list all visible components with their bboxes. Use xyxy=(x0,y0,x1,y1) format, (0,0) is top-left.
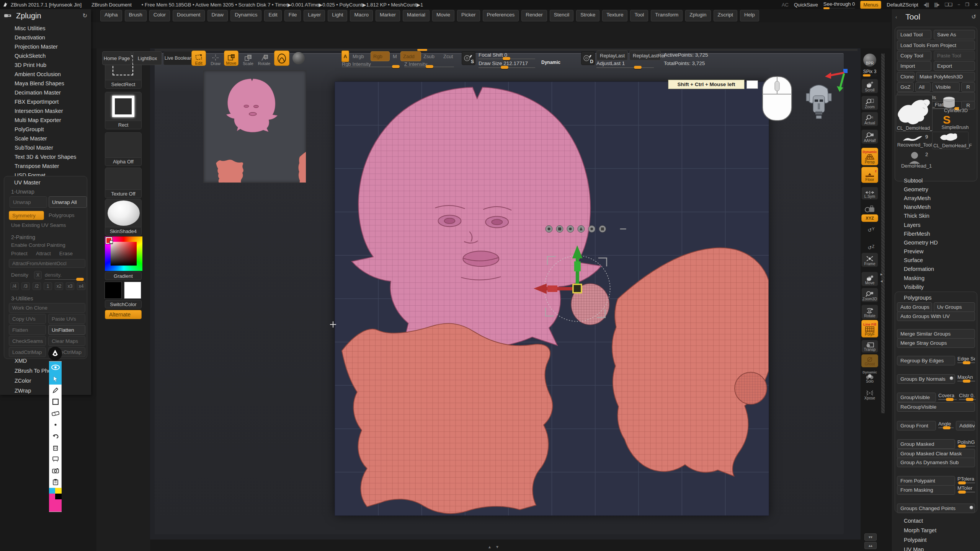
unwrap-button[interactable]: Unwrap xyxy=(10,196,47,208)
clipboard-button[interactable] xyxy=(49,476,62,488)
tool-section-item[interactable]: Masking xyxy=(892,274,980,282)
gradient-label[interactable]: Gradient xyxy=(105,272,142,280)
screenshot-button[interactable] xyxy=(49,465,62,476)
z-rotate-button[interactable]: ↺Z xyxy=(861,240,878,249)
stroke-popup-button[interactable]: S xyxy=(462,51,475,65)
tool-section-item[interactable]: ArrayMesh xyxy=(892,194,980,202)
menu-item[interactable]: Preferences xyxy=(483,10,519,21)
group-as-dynamesh-sub-button[interactable]: Group As Dynamesh Sub xyxy=(897,458,975,467)
menus-button[interactable]: Menus xyxy=(860,1,881,9)
yellow-swatch[interactable] xyxy=(55,488,62,494)
focal-shift-knob[interactable] xyxy=(503,57,510,60)
eraser-tool-button[interactable] xyxy=(49,408,62,419)
tool-section-item[interactable]: FiberMesh xyxy=(892,229,980,238)
quicksave-button[interactable]: QuickSave xyxy=(794,2,818,8)
mtolerance-slider[interactable]: MToler xyxy=(957,485,975,494)
tool-section-item[interactable]: Contact xyxy=(892,516,980,525)
menu-item[interactable]: Render xyxy=(521,10,547,21)
current-tool-thumbnail[interactable]: CL_DemoHead_F xyxy=(896,95,933,132)
zsub-toggle[interactable]: Zsub xyxy=(423,54,434,59)
zplugin-item[interactable]: Decimation Master xyxy=(0,88,91,97)
material-label[interactable]: SkinShade4 xyxy=(105,227,142,236)
zplugin-item[interactable]: Projection Master xyxy=(0,42,91,51)
edit-button[interactable]: Edit xyxy=(191,51,206,66)
copy-uvs-button[interactable]: Copy UVs xyxy=(9,314,46,324)
density-step-button[interactable]: x3 xyxy=(66,282,74,290)
scroll-button[interactable]: Scroll xyxy=(861,79,878,93)
coverage-slider[interactable]: Covera xyxy=(938,393,957,401)
unwrap-all-button[interactable]: Unwrap All xyxy=(49,196,87,208)
menu-item[interactable]: Stroke xyxy=(576,10,599,21)
zoom-button[interactable]: Zoom xyxy=(861,96,878,110)
mrgb-toggle[interactable]: Mrgb xyxy=(353,54,364,59)
copy-tool-button[interactable]: Copy Tool xyxy=(897,51,931,60)
from-masking-button[interactable]: From Masking xyxy=(897,485,955,495)
cylinder3d-label[interactable]: Cylinder3D xyxy=(937,108,975,113)
alpha-label[interactable]: Alpha Off xyxy=(105,158,142,166)
load-tools-from-project-button[interactable]: Load Tools From Project xyxy=(897,41,975,50)
load-tool-button[interactable]: Load Tool xyxy=(897,30,931,39)
attract-option[interactable]: Attract xyxy=(36,251,51,256)
pencil-tool-button[interactable] xyxy=(49,385,62,396)
tool-section-item[interactable]: Morph Target xyxy=(892,525,980,535)
paste-uvs-button[interactable]: Paste UVs xyxy=(48,314,85,324)
aahalf-button[interactable]: AAHalf xyxy=(861,129,878,144)
menu-item[interactable]: Picker xyxy=(457,10,480,21)
shelf-collapse-right-icon[interactable]: ||||▸ xyxy=(934,2,939,7)
menu-item[interactable]: Layer xyxy=(304,10,325,21)
lightbox-button[interactable]: LightBox xyxy=(133,51,162,65)
symmetry-button[interactable]: Symmetry xyxy=(9,211,44,220)
density-label[interactable]: Density xyxy=(11,272,28,278)
panel-restore-icon[interactable]: ↺ xyxy=(971,13,976,20)
menu-item[interactable]: Tool xyxy=(630,10,648,21)
solo-toggle[interactable]: Dynamic Solo xyxy=(861,369,878,384)
scroll-right-arrow-icon[interactable]: ▸ xyxy=(880,272,883,277)
erase-option[interactable]: Erase xyxy=(59,251,73,256)
anchor-a-button[interactable]: A xyxy=(341,51,349,62)
move-button[interactable]: M Move xyxy=(224,51,238,66)
tool-section-item[interactable]: Preview xyxy=(892,247,980,256)
regroupvisible-button[interactable]: ReGroupVisible xyxy=(897,402,975,412)
ptolerance-slider[interactable]: PTolera xyxy=(957,476,975,484)
rotate3d-button[interactable]: Rotate xyxy=(861,305,878,319)
additive-button[interactable]: Additive xyxy=(956,421,975,430)
zplugin-restore-icon[interactable]: ↻ xyxy=(82,12,87,19)
m-toggle[interactable]: M xyxy=(393,54,397,59)
polygroups-section-title[interactable]: Polygroups xyxy=(892,293,932,302)
rgb-intensity-track[interactable] xyxy=(342,67,399,67)
zplugin-item[interactable]: QuickSketch xyxy=(0,51,91,60)
undo-button[interactable] xyxy=(49,430,62,442)
uv-master-title[interactable]: UV Master xyxy=(9,179,82,186)
zplugin-item[interactable]: Multi Map Exporter xyxy=(0,116,91,125)
menu-item[interactable]: Macro xyxy=(350,10,373,21)
clear-maps-button[interactable]: Clear Maps xyxy=(48,336,85,346)
demohead-label[interactable]: DemoHead_1 xyxy=(895,163,938,169)
select-stroke-label[interactable]: SelectRect xyxy=(105,80,142,89)
spix-slider[interactable]: SPix 3 xyxy=(861,67,878,77)
alpha-thumb[interactable] xyxy=(105,132,142,158)
draw-button[interactable]: Draw xyxy=(209,51,222,66)
flatten-button[interactable]: Flatten xyxy=(9,325,46,335)
main-color-swatch[interactable] xyxy=(105,282,122,299)
regroup-by-edges-button[interactable]: Regroup By Edges xyxy=(897,356,955,365)
adjust-last-track[interactable] xyxy=(596,67,654,68)
texture-label[interactable]: Texture Off xyxy=(105,190,142,198)
document-viewport[interactable] xyxy=(335,82,769,516)
dock-page-down-button[interactable]: ▾▾ xyxy=(864,533,877,541)
depth-popup-button[interactable]: D xyxy=(581,51,595,65)
menu-item[interactable]: Document xyxy=(173,10,205,21)
zplugin-item[interactable]: Scale Master xyxy=(0,134,91,143)
live-boolean-button[interactable]: Live Boolean xyxy=(163,51,193,65)
secondary-color-swatch[interactable] xyxy=(124,282,141,299)
persp-toggle[interactable]: Dynamic Persp xyxy=(861,148,878,165)
clone-button[interactable]: Clone xyxy=(897,72,915,82)
tool-section-item[interactable]: Deformation xyxy=(892,265,980,274)
zplugin-item[interactable]: FBX ExportImport xyxy=(0,97,91,106)
floor-toggle[interactable]: z Floor xyxy=(861,167,878,183)
zplugin-item[interactable]: ZBrush To Photo xyxy=(0,366,91,376)
angle-slider[interactable]: Angle xyxy=(938,421,954,429)
rotate-button[interactable]: R Rotate xyxy=(256,51,272,66)
goz-visible-button[interactable]: Visible xyxy=(932,82,960,92)
move3d-button[interactable]: Move xyxy=(861,272,878,286)
document-navigator[interactable] xyxy=(203,70,306,183)
